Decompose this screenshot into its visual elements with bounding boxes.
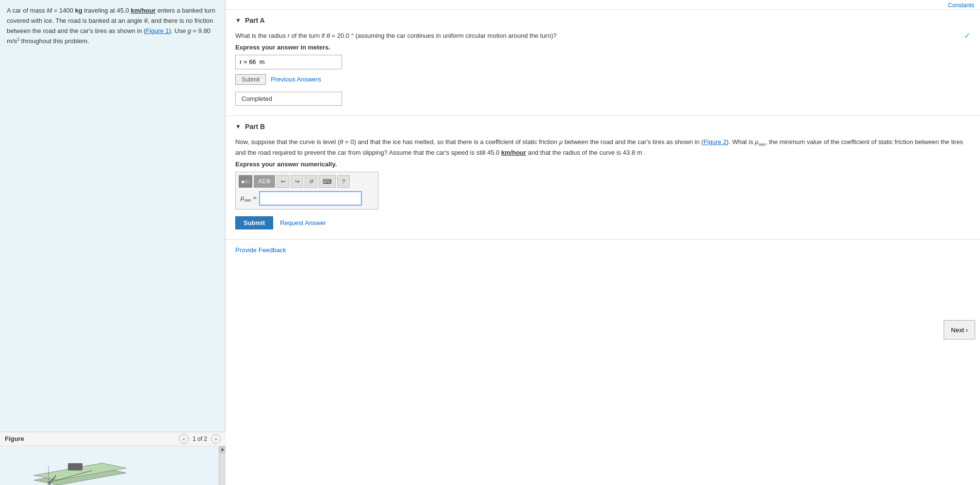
figure-title: Figure xyxy=(5,434,24,444)
figure-nav: ‹ 1 of 2 › xyxy=(179,434,221,444)
part-b-express-label: Express your answer numerically. xyxy=(235,161,970,168)
figure-panel: Figure ‹ 1 of 2 › θ xyxy=(0,432,226,485)
figure-header: Figure ‹ 1 of 2 › xyxy=(0,432,226,446)
part-b-header: ▼ Part B xyxy=(235,123,970,130)
part-a-express-label: Express your answer in meters. xyxy=(235,44,970,51)
part-b-submit-button[interactable]: Submit xyxy=(235,216,273,229)
reset-button[interactable]: ↺ xyxy=(305,175,317,188)
matrix-button[interactable]: ■√□ xyxy=(239,175,252,188)
figure-page-label: 1 of 2 xyxy=(193,435,207,443)
mu-input[interactable] xyxy=(260,192,361,205)
part-a-submit-button[interactable]: Submit xyxy=(235,74,266,85)
figure2-link[interactable]: Figure 2 xyxy=(703,138,727,146)
redo-button[interactable]: ↪ xyxy=(291,175,303,188)
help-button[interactable]: ? xyxy=(337,175,350,188)
right-panel: ▼ Part A ✓ What is the radius r of the t… xyxy=(226,0,980,485)
part-b-actions: Submit Request Answer xyxy=(235,216,970,229)
problem-text: A car of mass M = 1400 kg traveling at 4… xyxy=(7,6,218,47)
part-a-title: Part A xyxy=(245,16,265,24)
math-input-row: μmin = xyxy=(239,191,375,206)
part-a-section: ▼ Part A ✓ What is the radius r of the t… xyxy=(226,10,980,116)
math-toolbar: ■√□ ΑΣΦ ↩ ↪ ↺ ⌨ ? μmin = xyxy=(235,172,378,210)
part-a-completed-box: Completed xyxy=(235,92,342,106)
part-a-header: ▼ Part A xyxy=(235,16,970,24)
figure-prev-button[interactable]: ‹ xyxy=(179,434,189,444)
scroll-up-arrow[interactable]: ▲ xyxy=(219,446,226,453)
toolbar-row: ■√□ ΑΣΦ ↩ ↪ ↺ ⌨ ? xyxy=(239,175,375,188)
part-a-buttons-row: Submit Previous Answers xyxy=(235,74,970,85)
svg-rect-2 xyxy=(68,463,82,470)
next-label: Next › xyxy=(951,326,968,334)
mu-label: μmin = xyxy=(241,194,257,203)
keyboard-button[interactable]: ⌨ xyxy=(319,175,336,188)
figure-diagram: θ xyxy=(5,449,170,485)
part-b-section: ▼ Part B Now, suppose that the curve is … xyxy=(226,116,980,240)
provide-feedback-link[interactable]: Provide Feedback xyxy=(235,246,286,254)
bottom-bar: Provide Feedback xyxy=(226,240,980,260)
part-a-answer-input[interactable] xyxy=(235,55,342,69)
request-answer-link[interactable]: Request Answer xyxy=(280,219,326,226)
part-b-title: Part B xyxy=(245,123,265,130)
figure1-link[interactable]: Figure 1 xyxy=(146,27,169,34)
figure-image-area: θ ▲ xyxy=(0,446,226,485)
part-b-collapse-arrow[interactable]: ▼ xyxy=(235,123,241,130)
figure-scrollbar[interactable]: ▲ xyxy=(219,446,226,485)
figure-next-button[interactable]: › xyxy=(211,434,221,444)
part-a-question: What is the radius r of the turn if θ = … xyxy=(235,31,970,41)
part-a-previous-answers-link[interactable]: Previous Answers xyxy=(271,76,321,83)
part-a-collapse-arrow[interactable]: ▼ xyxy=(235,17,241,24)
undo-button[interactable]: ↩ xyxy=(277,175,289,188)
part-a-answer-row xyxy=(235,55,970,69)
constants-link[interactable]: Constants xyxy=(948,2,974,9)
part-b-question: Now, suppose that the curve is level (θ … xyxy=(235,137,970,158)
symbol-button[interactable]: ΑΣΦ xyxy=(254,175,275,188)
left-panel: A car of mass M = 1400 kg traveling at 4… xyxy=(0,0,226,485)
next-button[interactable]: Next › xyxy=(944,320,975,340)
part-a-completed-label: Completed xyxy=(242,95,272,102)
part-a-checkmark: ✓ xyxy=(964,31,970,40)
